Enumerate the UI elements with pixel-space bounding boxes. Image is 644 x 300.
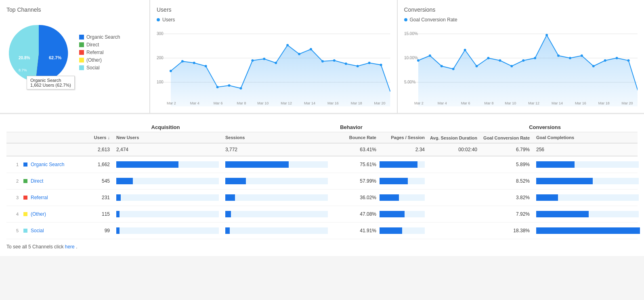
svg-point-11 bbox=[193, 62, 195, 64]
svg-point-10 bbox=[181, 60, 184, 62]
channel-link[interactable]: Social bbox=[31, 228, 44, 233]
svg-point-16 bbox=[251, 59, 254, 62]
svg-point-52 bbox=[510, 65, 513, 67]
svg-point-26 bbox=[368, 62, 371, 64]
users-chart-title: Users bbox=[157, 6, 390, 13]
legend-dot-social bbox=[79, 65, 84, 70]
svg-point-22 bbox=[321, 60, 324, 62]
svg-text:15.00%: 15.00% bbox=[404, 31, 418, 36]
svg-point-27 bbox=[380, 64, 382, 66]
col-header-newusers[interactable]: New Users bbox=[116, 135, 139, 140]
svg-point-44 bbox=[417, 59, 419, 62]
col-header-avgsession[interactable]: Avg. Session Duration bbox=[430, 135, 477, 140]
svg-text:Mar 6: Mar 6 bbox=[214, 101, 223, 105]
users-legend-label: Users bbox=[162, 17, 175, 23]
col-header-users[interactable]: Users ↓ bbox=[94, 135, 110, 140]
total-goalcomp: 256 bbox=[533, 147, 642, 152]
svg-text:300: 300 bbox=[157, 31, 164, 36]
svg-point-24 bbox=[345, 62, 347, 65]
svg-text:20.8%: 20.8% bbox=[19, 56, 30, 60]
users-legend: Users bbox=[157, 17, 390, 23]
svg-text:Mar 18: Mar 18 bbox=[351, 101, 362, 105]
svg-point-15 bbox=[239, 87, 242, 90]
channel-link[interactable]: Organic Search bbox=[31, 162, 64, 167]
svg-text:100: 100 bbox=[157, 80, 164, 84]
total-pages: 2.34 bbox=[380, 147, 428, 152]
svg-text:62.7%: 62.7% bbox=[49, 55, 61, 60]
svg-point-25 bbox=[357, 65, 359, 67]
conversions-svg: 15.00% 10.00% 5.00% bbox=[404, 26, 638, 106]
svg-point-51 bbox=[499, 59, 501, 62]
col-header-goalconv[interactable]: Goal Conversion Rate bbox=[483, 135, 530, 140]
legend-item-other[interactable]: (Other) bbox=[79, 57, 120, 63]
users-chart-area: 300 200 100 bbox=[157, 26, 390, 106]
conversions-chart-panel: Conversions Goal Conversion Rate 15.00% … bbox=[398, 0, 644, 113]
svg-text:Mar 14: Mar 14 bbox=[304, 101, 315, 105]
total-goalval: $0.00 bbox=[642, 147, 644, 152]
svg-point-62 bbox=[627, 59, 629, 62]
legend-label-referral: Referral bbox=[86, 50, 104, 55]
legend-item-referral[interactable]: Referral bbox=[79, 50, 120, 55]
users-dot bbox=[157, 18, 160, 21]
legend-dot-referral bbox=[79, 50, 84, 55]
svg-text:5.00%: 5.00% bbox=[404, 80, 415, 84]
svg-text:8.7%: 8.7% bbox=[19, 68, 27, 72]
col-header-bounce[interactable]: Bounce Rate bbox=[349, 135, 376, 140]
svg-text:Mar 12: Mar 12 bbox=[281, 101, 292, 105]
svg-point-61 bbox=[615, 57, 618, 59]
svg-point-21 bbox=[310, 48, 312, 50]
svg-point-17 bbox=[263, 58, 265, 60]
legend-item-social[interactable]: Social bbox=[79, 65, 120, 71]
svg-text:Mar 6: Mar 6 bbox=[461, 101, 470, 105]
table-row: 2 Direct 545 57.99% 8.52% bbox=[6, 173, 638, 190]
svg-point-57 bbox=[568, 57, 571, 59]
svg-point-9 bbox=[170, 70, 172, 72]
svg-point-54 bbox=[534, 57, 536, 59]
total-newusers: 2,474 bbox=[113, 147, 222, 152]
total-row: 2,613 2,474 3,772 63.41% 2.34 00:02:40 6… bbox=[6, 144, 638, 156]
behavior-section-label: Behavior bbox=[340, 124, 363, 130]
svg-point-49 bbox=[475, 65, 478, 67]
total-sessions: 3,772 bbox=[222, 147, 331, 152]
svg-point-48 bbox=[464, 49, 466, 51]
svg-point-13 bbox=[216, 86, 219, 88]
total-users: 2,613 bbox=[81, 147, 113, 152]
channel-link[interactable]: Direct bbox=[31, 178, 43, 184]
svg-text:Mar 8: Mar 8 bbox=[237, 101, 246, 105]
svg-point-12 bbox=[205, 65, 207, 67]
svg-point-53 bbox=[522, 59, 524, 62]
channel-link[interactable]: Referral bbox=[31, 195, 48, 200]
users-chart-panel: Users Users 300 200 100 bbox=[150, 0, 397, 113]
footer-text: To see all 5 Channels click here . bbox=[6, 244, 638, 250]
svg-text:10.00%: 10.00% bbox=[404, 56, 418, 60]
legend-label-other: (Other) bbox=[86, 57, 102, 63]
footer-link[interactable]: here bbox=[65, 244, 75, 250]
col-header-goalcomp[interactable]: Goal Completions bbox=[536, 135, 574, 140]
svg-text:Mar 20: Mar 20 bbox=[621, 101, 633, 105]
col-header-pages[interactable]: Pages / Session bbox=[391, 135, 425, 140]
svg-text:Mar 4: Mar 4 bbox=[437, 101, 447, 105]
legend-dot-other bbox=[79, 58, 84, 62]
svg-point-18 bbox=[275, 62, 277, 64]
top-channels-panel: Top Channels 62.7% 20.8% 8.7 bbox=[0, 0, 149, 113]
conversions-chart-title: Conversions bbox=[404, 6, 638, 13]
svg-point-46 bbox=[440, 65, 443, 67]
pie-tooltip: Organic Search 1,662 Users (62.7%) bbox=[27, 76, 75, 90]
svg-text:Mar 14: Mar 14 bbox=[552, 101, 563, 105]
svg-text:Mar 12: Mar 12 bbox=[528, 101, 539, 105]
svg-text:Mar 18: Mar 18 bbox=[598, 101, 609, 105]
legend-item-organic[interactable]: Organic Search bbox=[79, 34, 120, 40]
channel-link[interactable]: (Other) bbox=[31, 211, 46, 217]
svg-text:200: 200 bbox=[157, 56, 164, 60]
acquisition-section-label: Acquisition bbox=[151, 124, 180, 130]
svg-point-58 bbox=[580, 54, 583, 57]
col-header-sessions[interactable]: Sessions bbox=[225, 135, 245, 140]
legend-dot-organic bbox=[79, 35, 84, 40]
legend-item-direct[interactable]: Direct bbox=[79, 42, 120, 48]
svg-point-47 bbox=[452, 68, 454, 70]
svg-text:Mar 16: Mar 16 bbox=[327, 101, 339, 105]
svg-point-50 bbox=[487, 57, 489, 59]
svg-point-56 bbox=[557, 54, 560, 57]
svg-point-20 bbox=[298, 53, 300, 55]
table-row: 3 Referral 231 36.02% 3.82% bbox=[6, 190, 638, 206]
